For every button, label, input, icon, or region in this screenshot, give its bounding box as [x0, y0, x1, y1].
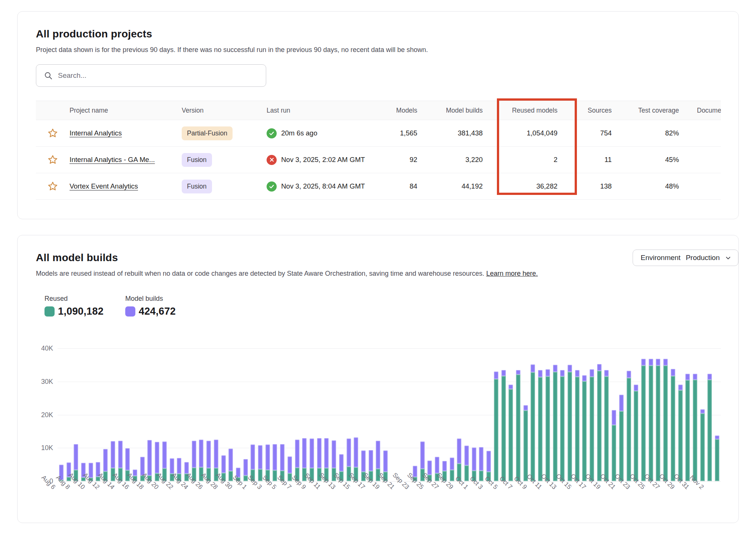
search-input[interactable]: [58, 71, 258, 80]
model-builds-segment: [192, 441, 196, 468]
project-name-link[interactable]: Internal Analytics - GA Me...: [70, 156, 155, 163]
table-row: Internal Analytics - GA Me...FusionNov 3…: [36, 147, 721, 173]
model-builds-segment: [383, 450, 388, 472]
stacked-bar: [479, 447, 483, 481]
stacked-bar: [634, 385, 638, 481]
stacked-bar: [715, 435, 719, 481]
model-builds-segment: [243, 459, 248, 476]
favorite-star-button[interactable]: [47, 155, 58, 165]
model-builds-segment: [302, 438, 307, 468]
model-builds-segment: [332, 440, 336, 468]
column-header-model_builds: Model builds: [417, 107, 483, 114]
model-builds-segment: [103, 449, 108, 471]
column-header-test_coverage: Test coverage: [612, 107, 679, 114]
model-builds-segment: [494, 372, 498, 379]
model-builds-segment: [516, 370, 520, 375]
stacked-bar: [457, 438, 461, 481]
model-builds-card: All model builds Models are reused inste…: [17, 235, 739, 523]
search-icon: [44, 71, 53, 80]
reused-segment: [538, 377, 543, 481]
reused-segment: [575, 377, 580, 481]
sources-count: 11: [557, 156, 612, 164]
stacked-bar: [228, 449, 233, 481]
project-name-link[interactable]: Internal Analytics: [70, 129, 122, 137]
model-builds-segment: [155, 442, 159, 473]
stacked-bar: [685, 374, 690, 481]
reused-segment: [516, 375, 520, 481]
chart-legend: Reused1,090,182Model builds424,672: [44, 295, 720, 317]
reused-segment: [693, 380, 697, 481]
stacked-bar: [597, 364, 602, 481]
last-run-text: 20m 6s ago: [281, 129, 317, 137]
model-builds-segment: [199, 440, 203, 467]
model-builds-segment: [523, 405, 528, 410]
stacked-bar: [531, 364, 535, 481]
model-builds-segment: [450, 458, 454, 470]
stacked-bar: [671, 369, 675, 481]
model-builds-segment: [206, 441, 211, 468]
star-icon: [47, 155, 58, 165]
model-builds-segment: [361, 450, 366, 472]
legend-value: 1,090,182: [58, 306, 104, 317]
test-coverage-value: 48%: [612, 182, 679, 190]
model-builds-segment: [324, 438, 329, 468]
stacked-bar: [604, 370, 609, 481]
model-builds-segment: [472, 447, 476, 470]
chart-plot-area: [58, 348, 721, 481]
model-builds-segment: [553, 365, 557, 372]
favorite-star-button[interactable]: [47, 128, 58, 138]
model-builds-segment: [538, 370, 543, 377]
builds-card-title: All model builds: [36, 252, 720, 264]
chart-y-axis-labels: 010K20K30K40K: [36, 348, 53, 481]
stacked-bar: [663, 359, 668, 481]
model-builds-segment: [288, 456, 292, 473]
stacked-bar: [450, 458, 454, 481]
model-builds-segment: [575, 370, 580, 377]
model-builds-segment: [295, 440, 299, 468]
star-icon: [47, 181, 58, 192]
model-builds-segment: [634, 385, 638, 391]
model-builds-segment: [111, 441, 115, 468]
stacked-bar: [678, 385, 683, 481]
column-header-models: Models: [375, 107, 417, 114]
model-builds-segment: [597, 364, 602, 371]
learn-more-link[interactable]: Learn more here.: [486, 270, 538, 277]
stacked-bar: [707, 374, 712, 481]
stacked-bar: [619, 395, 624, 481]
model-builds-segment: [464, 446, 469, 465]
model-builds-segment: [612, 410, 616, 425]
stacked-bar: [258, 445, 262, 481]
favorite-star-button[interactable]: [47, 181, 58, 192]
reused-segment: [590, 377, 594, 481]
production-projects-card: All production projects Project data sho…: [17, 11, 739, 219]
stacked-bar: [501, 370, 506, 481]
project-name-link[interactable]: Vortex Event Analytics: [70, 182, 138, 190]
reused-segment: [634, 391, 638, 481]
stacked-bar: [641, 359, 646, 481]
model-builds-segment: [715, 435, 719, 440]
model-builds-segment: [486, 451, 491, 472]
stacked-bar: [649, 359, 653, 481]
reused-segment: [523, 410, 528, 481]
model-builds-segment: [221, 455, 226, 473]
column-header-version: Version: [182, 107, 267, 114]
stacked-bar: [546, 369, 550, 481]
stacked-bar: [700, 409, 705, 481]
model-builds-segment: [627, 371, 631, 378]
legend-label: Model builds: [125, 295, 176, 303]
model-builds-segment: [420, 441, 425, 469]
model-builds-segment: [228, 449, 233, 471]
model-builds-segment: [118, 441, 123, 468]
stacked-bar: [612, 410, 616, 481]
legend-swatch: [125, 306, 135, 317]
reused-segment: [508, 389, 513, 481]
model-builds-segment: [479, 447, 483, 471]
models-count: 84: [375, 182, 417, 190]
environment-label: Environment: [640, 254, 680, 262]
reused-models-count: 36,282: [483, 182, 557, 190]
project-search-box[interactable]: [36, 64, 266, 87]
model-builds-segment: [641, 359, 646, 366]
environment-dropdown[interactable]: Environment Production: [633, 250, 738, 266]
reused-segment: [597, 371, 602, 481]
reused-segment: [531, 372, 535, 481]
